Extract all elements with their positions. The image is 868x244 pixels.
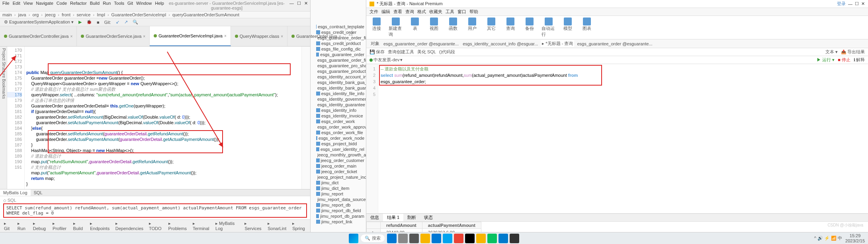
- tree-item[interactable]: esgs_order_work: [311, 119, 366, 124]
- editor-tab-3[interactable]: QueryWrapper.class×: [231, 26, 287, 46]
- result-tab-1[interactable]: 结果 1: [383, 214, 403, 221]
- taskbar-edge[interactable]: [432, 234, 441, 243]
- taskbar-wechat[interactable]: [487, 234, 497, 243]
- tool-git[interactable]: ▸ Git: [2, 221, 14, 231]
- tree-item[interactable]: jeecg_project_nature_income: [311, 174, 366, 180]
- login-link[interactable]: 登录: [837, 1, 846, 7]
- taskbar-idea[interactable]: [465, 234, 475, 243]
- nav-menu-item[interactable]: 文件: [369, 9, 378, 15]
- tree-item[interactable]: jeecg_order_main: [311, 163, 366, 169]
- tree-item[interactable]: esgs_order_work_node: [311, 135, 366, 141]
- code-editor[interactable]: public Map queryGuaranteeOrderSumAmount(…: [25, 47, 301, 189]
- tree-item[interactable]: jimu_dict: [311, 180, 366, 185]
- crumb-4[interactable]: front: [62, 12, 70, 17]
- tab-close-icon[interactable]: ×: [281, 34, 283, 39]
- max-button[interactable]: ☐: [855, 1, 859, 6]
- menu-file[interactable]: File: [2, 1, 10, 10]
- tool-spring[interactable]: ▸ Spring: [291, 221, 308, 231]
- stop-button[interactable]: ■ 停止: [838, 57, 850, 63]
- tree-item[interactable]: esgs_project_bidd: [311, 141, 366, 146]
- tree-item[interactable]: esgs_guarantee_order: [311, 52, 366, 57]
- tree-item[interactable]: jeecg_order_customer: [311, 158, 366, 163]
- query-builder-button[interactable]: 查询创建工具: [388, 49, 414, 55]
- toolbar-other[interactable]: 其它: [484, 18, 499, 37]
- taskbar-vscode[interactable]: [499, 234, 508, 243]
- tree-item[interactable]: jimu_report_link: [311, 219, 366, 224]
- nav-menu-item[interactable]: 工具: [446, 9, 454, 15]
- tree-item[interactable]: esgs_identity_invoice: [311, 113, 366, 119]
- text-tool-button[interactable]: 文本 ▾: [825, 49, 838, 55]
- tree-item[interactable]: esgs_identity_info: [311, 107, 366, 113]
- result-tab-2[interactable]: 剖析: [403, 214, 420, 221]
- tool-endpoints[interactable]: ▸ Endpoints: [88, 221, 111, 231]
- toolbar-backup[interactable]: 备份: [522, 18, 537, 37]
- tree-item[interactable]: esgs_guarantee_order_file: [311, 57, 366, 63]
- tool-problems[interactable]: ▸ Problems: [167, 221, 189, 231]
- clock[interactable]: 15:29 2023/2/15: [845, 233, 865, 243]
- menu-refactor[interactable]: Refactor: [70, 1, 87, 10]
- git-push-icon[interactable]: ↗: [123, 19, 129, 25]
- toolbar-view[interactable]: 视图: [427, 18, 441, 37]
- col-header[interactable]: refundAmount: [381, 222, 422, 229]
- conn-tab-3[interactable]: ▸ *无标题 - 查询: [541, 40, 574, 47]
- tool-todo[interactable]: ▸ TODO: [147, 221, 164, 231]
- conn-tab-1[interactable]: esgs_guarantee_order @esguarante...: [382, 41, 460, 47]
- menu-navigate[interactable]: Navigate: [36, 1, 53, 10]
- tray-icon[interactable]: 中: [838, 236, 842, 240]
- tray-icon[interactable]: ^: [814, 236, 817, 240]
- tab-close-icon[interactable]: ×: [70, 34, 72, 39]
- sql-code-area[interactable]: -- 退款金额以及支付金额select sum(refund_amount)re…: [378, 64, 868, 213]
- max-button[interactable]: ☐: [297, 1, 301, 10]
- toolbar-search[interactable]: 查询: [503, 18, 518, 37]
- tree-item[interactable]: jeecg_monthly_growth_analysis: [311, 152, 366, 158]
- crumb-3[interactable]: jeecg: [45, 12, 55, 17]
- toolbar-auto[interactable]: 自动运行: [542, 18, 556, 37]
- tool-run[interactable]: ▸ Run: [16, 221, 29, 231]
- tree-item[interactable]: esgs_identity_bank_gua_rel: [311, 80, 366, 85]
- close-button[interactable]: ✕: [861, 1, 865, 6]
- menu-run[interactable]: Run: [103, 1, 111, 10]
- minimap[interactable]: [301, 47, 310, 189]
- taskbar-explorer[interactable]: [420, 234, 430, 243]
- taskbar-search[interactable]: [398, 234, 408, 243]
- explain-button[interactable]: ℹ 解释: [854, 57, 865, 63]
- tool-build[interactable]: ▸ Build: [72, 221, 86, 231]
- close-button[interactable]: ✕: [304, 1, 308, 10]
- nav-menu-item[interactable]: 收藏夹: [429, 9, 442, 15]
- taskbar-terminal[interactable]: [510, 234, 519, 243]
- crumb-7[interactable]: GuaranteeOrderServiceImpl: [111, 12, 166, 17]
- sql-editor[interactable]: 12345 -- 退款金额以及支付金额select sum(refund_amo…: [366, 64, 868, 213]
- nav-menu-item[interactable]: 查看: [393, 9, 402, 15]
- save-button[interactable]: 💾 保存: [369, 49, 385, 55]
- menu-tools[interactable]: Tools: [114, 1, 124, 10]
- tree-item[interactable]: jimu_report_db: [311, 202, 366, 208]
- debug-button[interactable]: 🐞: [85, 19, 94, 25]
- conn-tab-0[interactable]: 对象: [369, 40, 381, 47]
- nav-menu-item[interactable]: 帮助: [469, 9, 478, 15]
- crumb-5[interactable]: service: [77, 12, 91, 17]
- editor-tab-0[interactable]: GuaranteeOrderController.java×: [0, 26, 77, 46]
- tree-item[interactable]: jimu_report_db_field: [311, 208, 366, 213]
- crumb-8[interactable]: queryGuaranteeOrderSumAmount: [172, 12, 239, 17]
- tray-icon[interactable]: 📶: [831, 236, 838, 240]
- taskbar-search[interactable]: 🔍 搜索: [361, 234, 385, 242]
- tool-mybatislog[interactable]: ▸ MyBatis Log: [214, 221, 240, 231]
- menu-window[interactable]: Window: [136, 1, 152, 10]
- tree-item[interactable]: esgs_order_work_approve: [311, 124, 366, 130]
- tree-item[interactable]: jimu_report: [311, 191, 366, 197]
- col-header[interactable]: actualPaymentAmount: [422, 222, 481, 229]
- nav-menu-item[interactable]: 查询: [405, 9, 414, 15]
- tool-sonarlint[interactable]: ▸ SonarLint: [266, 221, 288, 231]
- crumb-1[interactable]: java: [18, 12, 26, 17]
- toolbar-plug[interactable]: 连接: [369, 18, 384, 37]
- tab-close-icon[interactable]: ×: [143, 34, 145, 39]
- min-button[interactable]: —: [289, 1, 294, 10]
- stop-button[interactable]: ■: [95, 20, 101, 25]
- toolbar-chart[interactable]: 图表: [580, 18, 594, 37]
- menu-code[interactable]: Code: [57, 1, 67, 10]
- log-tab-SQL[interactable]: SQL: [31, 189, 46, 196]
- result-tab-0[interactable]: 信息: [366, 214, 383, 221]
- conn-tab-4[interactable]: esgs_guarantee_order @esguarante...: [576, 41, 653, 47]
- log-tab-MyBatisLog[interactable]: MyBatis Log: [0, 189, 31, 196]
- taskbar-chrome[interactable]: [454, 234, 463, 243]
